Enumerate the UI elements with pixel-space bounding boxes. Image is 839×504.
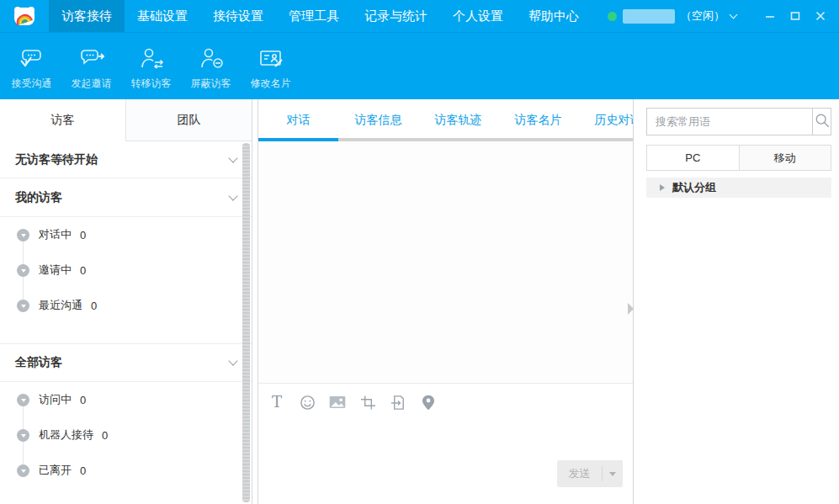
menu-reception-settings[interactable]: 接待设置 — [200, 0, 276, 32]
ribbon-button-label: 发起邀请 — [72, 77, 112, 91]
list-item-left[interactable]: 已离开 0 — [0, 453, 252, 488]
window-controls — [760, 0, 831, 32]
menu-management-tools[interactable]: 管理工具 — [276, 0, 352, 32]
device-tabs: PC 移动 — [646, 145, 831, 171]
group-label: 默认分组 — [672, 180, 716, 195]
maximize-button[interactable] — [785, 6, 805, 26]
transfer-visitor-icon — [138, 45, 165, 72]
user-name-redacted — [623, 9, 675, 24]
tree-node-icon — [17, 300, 29, 312]
composer-actions: 发送 — [258, 460, 633, 504]
list-item-robot-reception[interactable]: 机器人接待 0 — [0, 417, 252, 453]
send-file-icon[interactable] — [390, 394, 406, 411]
tab-visitor-info[interactable]: 访客信息 — [338, 99, 418, 141]
chat-main: 对话 访客信息 访客轨迹 访客名片 历史对话 T — [258, 99, 633, 504]
tab-history[interactable]: 历史对话 — [578, 99, 633, 141]
image-icon[interactable] — [329, 394, 346, 411]
list-item-inviting[interactable]: 邀请中 0 — [0, 252, 252, 288]
menu-help-center[interactable]: 帮助中心 — [516, 0, 592, 32]
item-count: 0 — [80, 229, 86, 241]
tab-visitor-card[interactable]: 访客名片 — [498, 99, 578, 141]
sidebar-scrollbar[interactable] — [242, 143, 250, 502]
item-count: 0 — [80, 464, 86, 477]
all-visitors-header[interactable]: 全部访客 — [0, 343, 252, 382]
item-label: 邀请中 — [39, 263, 72, 278]
app-window: 访客接待 基础设置 接待设置 管理工具 记录与统计 个人设置 帮助中心 （空闲） — [0, 0, 839, 504]
sidebar-tabs: 访客 团队 — [0, 99, 252, 141]
chevron-down-icon — [228, 153, 237, 162]
search-input[interactable] — [647, 109, 812, 135]
menu-records-statistics[interactable]: 记录与统计 — [352, 0, 440, 32]
action-ribbon: 接受沟通 发起邀请 转移访客 — [0, 32, 839, 99]
send-button[interactable]: 发送 — [557, 460, 623, 487]
tree-node-icon — [17, 464, 29, 477]
search-button[interactable] — [812, 109, 831, 135]
text-format-icon[interactable]: T — [268, 394, 285, 411]
send-invite-icon — [78, 45, 105, 72]
close-button[interactable] — [810, 6, 831, 26]
item-label: 访问中 — [39, 392, 72, 407]
menu-visitor-reception[interactable]: 访客接待 — [49, 0, 125, 32]
chat-message-area — [258, 141, 633, 383]
chat-tabs: 对话 访客信息 访客轨迹 访客名片 历史对话 — [258, 99, 633, 141]
transfer-visitor-button[interactable]: 转移访客 — [121, 33, 181, 99]
user-status-dropdown[interactable]: （空闲） — [608, 0, 736, 32]
tree-node-icon — [17, 264, 29, 277]
default-group-row[interactable]: 默认分组 — [646, 178, 831, 198]
search-icon — [815, 113, 830, 131]
titlebar-spacer — [592, 0, 608, 32]
chevron-down-icon — [730, 10, 738, 19]
item-count: 0 — [91, 300, 97, 312]
list-item-visiting[interactable]: 访问中 0 — [0, 382, 252, 417]
tree-node-icon — [17, 394, 29, 406]
send-button-label: 发送 — [557, 466, 602, 481]
expand-triangle-icon — [660, 184, 665, 191]
menu-personal-settings[interactable]: 个人设置 — [440, 0, 516, 32]
tab-visitors[interactable]: 访客 — [0, 99, 125, 141]
edit-card-button[interactable]: 修改名片 — [241, 33, 300, 99]
menu-basic-settings[interactable]: 基础设置 — [125, 0, 200, 32]
titlebar: 访客接待 基础设置 接待设置 管理工具 记录与统计 个人设置 帮助中心 （空闲） — [0, 0, 839, 32]
body: 访客 团队 无访客等待开始 我的访客 对话中 0 — [0, 99, 839, 504]
ribbon-button-label: 修改名片 — [251, 77, 291, 91]
accept-chat-button[interactable]: 接受沟通 — [2, 33, 61, 99]
block-visitor-button[interactable]: 屏蔽访客 — [181, 33, 241, 99]
block-visitor-icon — [198, 45, 225, 72]
minimize-button[interactable] — [760, 6, 780, 26]
ribbon-button-label: 屏蔽访客 — [191, 77, 231, 91]
item-label: 已离开 — [39, 463, 72, 478]
no-visitor-waiting-header[interactable]: 无访客等待开始 — [0, 141, 252, 178]
app-logo-icon — [0, 0, 49, 32]
online-status-dot-icon — [608, 12, 617, 21]
location-icon[interactable] — [420, 394, 437, 411]
list-item-recent-chats[interactable]: 最近沟通 0 — [0, 288, 252, 323]
chevron-down-icon — [228, 191, 237, 200]
edit-card-icon — [258, 45, 284, 72]
tab-pc[interactable]: PC — [647, 146, 739, 170]
tab-conversation[interactable]: 对话 — [258, 99, 338, 141]
tab-team[interactable]: 团队 — [125, 99, 252, 141]
tree-node-icon — [17, 429, 29, 442]
ribbon-button-label: 接受沟通 — [12, 77, 52, 91]
tree-node-icon — [17, 229, 29, 241]
send-invite-button[interactable]: 发起邀请 — [61, 33, 121, 99]
tab-mobile[interactable]: 移动 — [739, 146, 831, 170]
item-count: 0 — [80, 264, 86, 277]
list-item-in-chat[interactable]: 对话中 0 — [0, 217, 252, 252]
tab-visitor-track[interactable]: 访客轨迹 — [418, 99, 498, 141]
panel-collapse-handle-icon[interactable] — [628, 303, 634, 315]
emoji-icon[interactable] — [299, 394, 316, 411]
item-count: 0 — [80, 394, 86, 406]
panel-divider — [252, 99, 258, 504]
visitor-sidebar: 访客 团队 无访客等待开始 我的访客 对话中 0 — [0, 99, 252, 504]
item-count: 0 — [102, 429, 108, 442]
send-options-dropdown[interactable] — [603, 472, 623, 476]
screenshot-icon[interactable] — [359, 394, 376, 411]
message-input[interactable] — [258, 421, 633, 460]
quick-replies-panel: PC 移动 默认分组 — [633, 99, 839, 504]
accept-chat-icon — [19, 45, 45, 72]
my-visitors-header[interactable]: 我的访客 — [0, 178, 252, 217]
ribbon-button-label: 转移访客 — [131, 77, 172, 91]
group-title: 全部访客 — [15, 355, 62, 370]
search-box — [646, 108, 831, 135]
